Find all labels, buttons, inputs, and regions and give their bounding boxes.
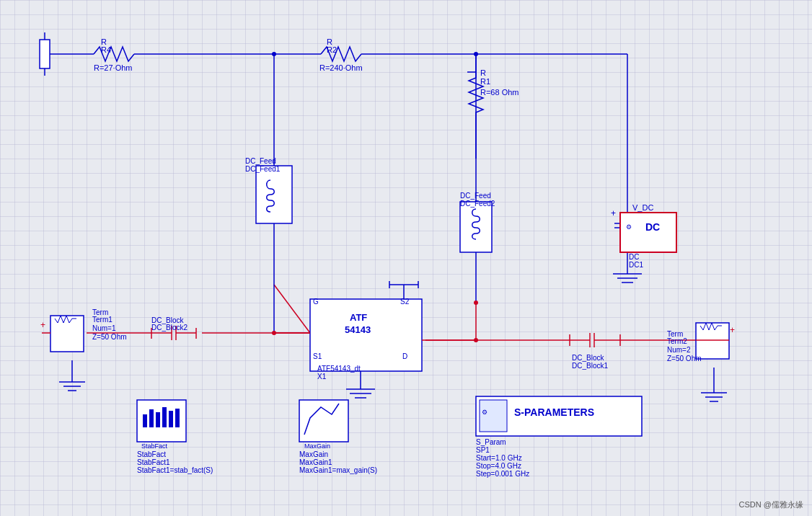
sparam-step: Step=0.001 GHz (476, 470, 529, 478)
sparam-sub: S_Param (476, 438, 506, 446)
sparam-ref: SP1 (476, 446, 490, 454)
svg-text:⚙: ⚙ (482, 409, 487, 416)
watermark: CSDN @儒雅永缘 (739, 499, 803, 510)
stabfact-value: StabFact1=stab_fact(S) (137, 466, 213, 474)
svg-rect-89 (299, 400, 348, 442)
dc-sub2: DC1 (629, 261, 643, 269)
atf-label: ATF (350, 312, 367, 323)
sparam-stop: Stop=4.0 GHz (476, 462, 521, 470)
r1-sub: R1 (480, 77, 490, 86)
dc-sub1: DC (629, 253, 639, 261)
atf-num: 54143 (345, 324, 371, 335)
sparam-label: S-PARAMETERS (514, 406, 594, 418)
maxgain-value: MaxGain1=max_gain(S) (299, 466, 377, 474)
dcblock2-sub: DC_Block2 (151, 324, 187, 332)
svg-text:+: + (730, 325, 735, 335)
atf-ref: X1 (317, 373, 327, 381)
dcblock1-sub: DC_Block1 (572, 362, 608, 370)
svg-text:+: + (611, 208, 616, 218)
svg-rect-83 (149, 409, 154, 427)
svg-text:StabFact: StabFact (141, 442, 168, 450)
svg-text:⚙: ⚙ (626, 223, 632, 231)
dcfeed1-sub: DC_Feed1 (245, 165, 281, 173)
svg-rect-86 (169, 411, 173, 427)
atf-s2-label: S2 (400, 298, 410, 306)
dcfeed2-label: DC_Feed (460, 192, 491, 200)
schematic-canvas: R R4 R=27·Ohm R R2 R=240·Ohm R R1 R=68 O… (0, 0, 812, 516)
term2-z: Z=50 Ohm (667, 355, 702, 362)
svg-rect-65 (310, 299, 422, 371)
svg-point-23 (474, 52, 478, 56)
maxgain-label: MaxGain (299, 450, 328, 458)
atf-drain-label: D (402, 352, 407, 360)
term1-num: Num=1 (92, 324, 116, 332)
svg-rect-87 (175, 409, 180, 427)
term2-sub: Term2 (667, 337, 687, 345)
svg-point-38 (474, 301, 478, 305)
svg-rect-43 (40, 40, 50, 68)
dcfeed2-sub: DC_Feed2 (460, 200, 495, 208)
dcblock1-label: DC_Block (572, 354, 604, 362)
svg-rect-84 (156, 412, 160, 427)
svg-rect-85 (162, 407, 167, 427)
dcfeed1-label: DC_Feed (245, 157, 276, 165)
term1-sub: Term1 (92, 316, 112, 324)
r1-label: R (480, 68, 486, 77)
atf-desc: ATF54143_dt (317, 365, 361, 373)
svg-text:DC: DC (645, 221, 660, 233)
r4-sub: R4 (101, 45, 111, 54)
term2-num: Num=2 (667, 346, 691, 354)
svg-rect-51 (256, 166, 292, 223)
stabfact-sub: StabFact1 (137, 458, 170, 466)
r1-value: R=68 Ohm (480, 88, 519, 97)
svg-rect-72 (50, 316, 84, 352)
svg-rect-92 (480, 400, 507, 432)
svg-line-39 (274, 285, 310, 333)
svg-text:MaxGain: MaxGain (304, 442, 330, 450)
svg-rect-82 (143, 414, 147, 427)
sparam-start: Start=1.0 GHz (476, 454, 522, 462)
svg-text:+: + (40, 320, 45, 330)
r2-value: R=240·Ohm (319, 63, 363, 72)
r4-value: R=27·Ohm (94, 63, 133, 72)
atf-s1-label: S1 (313, 352, 322, 360)
r2-sub: R2 (327, 45, 337, 54)
svg-point-22 (272, 52, 276, 56)
maxgain-sub: MaxGain1 (299, 458, 332, 466)
svg-rect-75 (696, 323, 729, 359)
term1-z: Z=50 Ohm (92, 333, 127, 341)
schematic-svg: R R4 R=27·Ohm R R2 R=240·Ohm R R1 R=68 O… (0, 0, 812, 516)
atf-gate-label: G (313, 298, 319, 306)
stabfact-label: StabFact (137, 450, 166, 458)
